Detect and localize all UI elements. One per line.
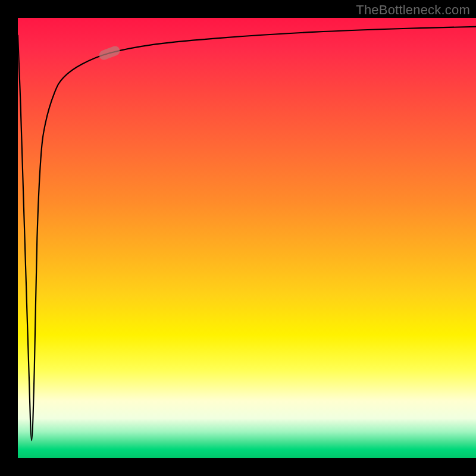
bottleneck-curve-path: [18, 27, 476, 441]
bottleneck-curve-svg: [18, 18, 476, 458]
watermark-text: TheBottleneck.com: [356, 2, 470, 18]
